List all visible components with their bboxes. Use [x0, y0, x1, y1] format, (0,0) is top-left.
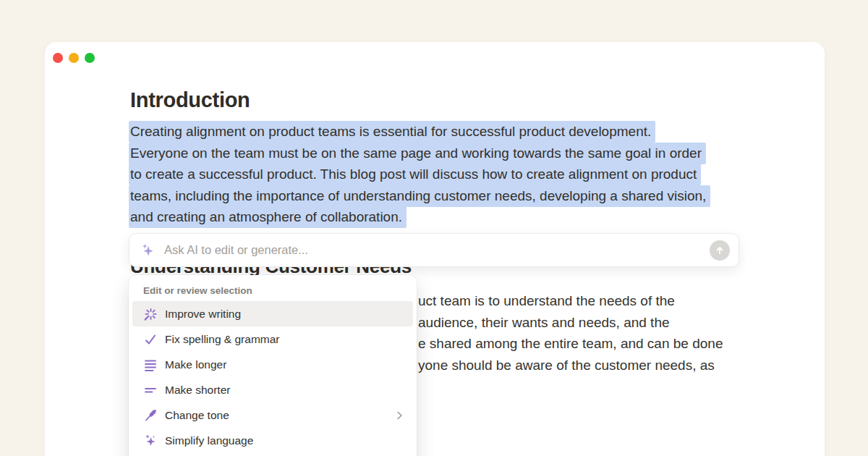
menu-item-label: Simplify language	[165, 434, 405, 447]
lines-icon	[143, 358, 158, 372]
menu-item-label: Change tone	[165, 409, 393, 422]
menu-item-improve-writing[interactable]: Improve writing	[132, 301, 413, 326]
window-controls	[53, 53, 95, 63]
document-window: Introduction Creating alignment on produ…	[45, 42, 825, 456]
check-icon	[143, 332, 158, 347]
menu-item-label: Improve writing	[165, 308, 405, 321]
ai-prompt-bar	[129, 233, 739, 267]
ai-sparkle-icon	[141, 243, 156, 258]
menu-item-make-longer[interactable]: Make longer	[132, 352, 413, 377]
zoom-button[interactable]	[85, 53, 95, 63]
background-text-line[interactable]: uct team is to understand the needs of t…	[418, 290, 723, 312]
menu-item-simplify-language[interactable]: Simplify language	[132, 428, 413, 453]
selected-text-line[interactable]: Creating alignment on product teams is e…	[129, 121, 710, 143]
menu-item-label: Fix spelling & grammar	[165, 333, 405, 346]
selected-paragraph[interactable]: Creating alignment on product teams is e…	[129, 121, 710, 228]
microphone-icon	[143, 408, 158, 423]
background-text-line[interactable]: yone should be aware of the customer nee…	[418, 355, 723, 376]
arrow-up-icon	[715, 245, 725, 256]
menu-item-fix-spelling-grammar[interactable]: Fix spelling & grammar	[132, 326, 413, 352]
background-text-line[interactable]: e shared among the entire team, and can …	[418, 333, 723, 355]
selected-text-line[interactable]: to create a successful product. This blo…	[129, 164, 710, 185]
improve-writing-icon	[143, 307, 158, 321]
menu-item-change-tone[interactable]: Change tone	[132, 402, 413, 428]
background-text-line[interactable]: audience, their wants and needs, and the	[418, 312, 723, 334]
sparkles-icon	[143, 434, 158, 448]
page-title[interactable]: Introduction	[130, 88, 250, 112]
menu-item-label: Make shorter	[165, 384, 405, 397]
ai-actions-menu: Edit or review selection Improve writing	[129, 275, 417, 456]
close-button[interactable]	[53, 53, 63, 63]
menu-item-make-shorter[interactable]: Make shorter	[132, 377, 413, 402]
chevron-right-icon	[393, 410, 405, 421]
ai-prompt-input[interactable]	[164, 243, 710, 257]
background-paragraph[interactable]: uct team is to understand the needs of t…	[418, 290, 723, 376]
selected-text-line[interactable]: Everyone on the team must be on the same…	[129, 143, 710, 164]
menu-item-label: Make longer	[165, 358, 405, 371]
selected-text-line[interactable]: teams, including the importance of under…	[129, 185, 710, 207]
selected-text-line[interactable]: and creating an atmosphere of collaborat…	[129, 206, 710, 228]
short-lines-icon	[143, 383, 158, 397]
menu-section-label: Edit or review selection	[129, 284, 417, 301]
send-button[interactable]	[710, 240, 730, 261]
minimize-button[interactable]	[69, 53, 79, 63]
